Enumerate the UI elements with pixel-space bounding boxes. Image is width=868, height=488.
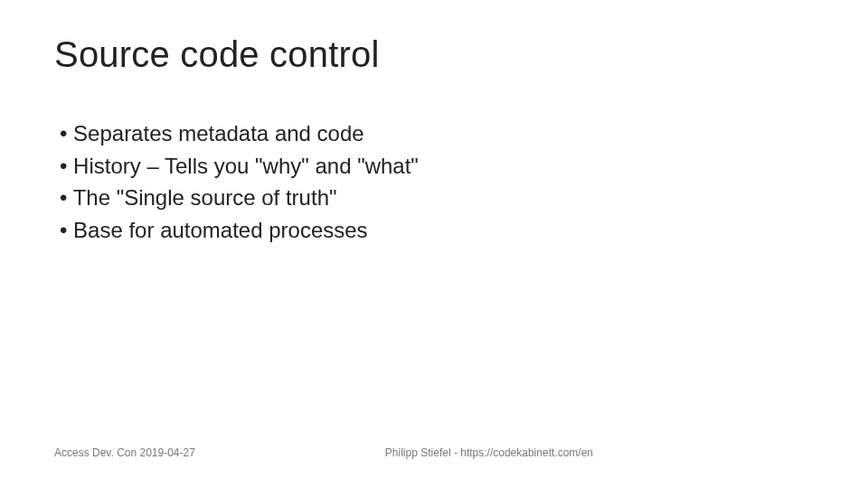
slide: Source code control Separates metadata a… <box>0 0 868 488</box>
bullet-item: The "Single source of truth" <box>60 183 814 213</box>
bullet-item: History – Tells you "why" and "what" <box>60 151 814 182</box>
bullet-item: Base for automated processes <box>60 215 814 246</box>
footer: Access Dev. Con 2019-04-27 Philipp Stief… <box>54 446 814 459</box>
footer-left: Access Dev. Con 2019-04-27 <box>54 446 195 459</box>
footer-right: Philipp Stiefel - https://codekabinett.c… <box>385 446 593 459</box>
bullet-list: Separates metadata and code History – Te… <box>54 118 814 245</box>
slide-title: Source code control <box>54 34 814 75</box>
bullet-item: Separates metadata and code <box>60 118 814 149</box>
